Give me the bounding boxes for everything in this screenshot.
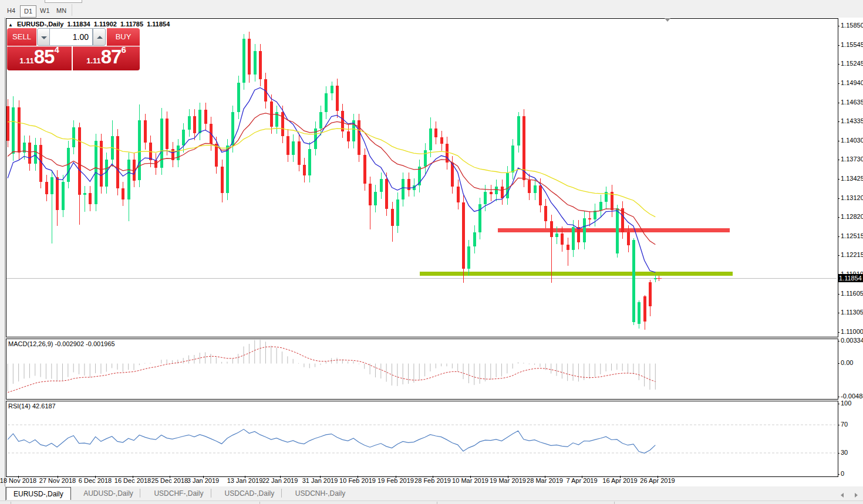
buy-price-sup: 6 — [121, 45, 126, 55]
rsi-axis-label: 70 — [841, 421, 848, 428]
price-axis-tick — [838, 255, 840, 256]
rsi-indicator-label: RSI(14) 42.6187 — [8, 402, 56, 410]
price-axis-label: 1.14030 — [841, 137, 863, 144]
price-axis-label: 1.15245 — [841, 60, 863, 67]
rsi-axis-tick — [838, 474, 840, 475]
price-axis-label: 1.15545 — [841, 41, 863, 48]
price-axis-label: 1.11305 — [841, 309, 863, 316]
macd-axis-label: 0.00 — [841, 359, 853, 366]
chart-tab-bar: EURUSD-,DailyAUDUSD-,DailyUSDCHF-,DailyU… — [0, 486, 863, 500]
price-axis-label: 1.13425 — [841, 175, 863, 182]
sell-price-panel[interactable]: 1.11854 — [7, 46, 72, 70]
rsi-axis-tick — [838, 425, 840, 425]
rsi-axis-tick — [838, 404, 840, 404]
macd-axis-tick — [838, 341, 840, 341]
price-axis-label: 1.12820 — [841, 213, 863, 220]
price-axis-label: 1.14940 — [841, 79, 863, 86]
status-separator — [614, 502, 615, 504]
date-axis-tick — [620, 476, 621, 478]
ohlc-high: 1.11902 — [94, 21, 117, 28]
price-axis-label: 1.14335 — [841, 117, 863, 124]
price-axis-label: 1.14635 — [841, 99, 863, 106]
date-axis-tick — [545, 476, 545, 478]
price-axis-tick — [838, 141, 840, 141]
ohlc-open: 1.11834 — [68, 21, 90, 28]
status-separator — [259, 502, 260, 504]
price-axis-tick — [838, 160, 840, 160]
macd-axis-tick — [838, 397, 840, 397]
price-axis-tick — [838, 294, 840, 295]
sell-button[interactable]: SELL — [7, 28, 36, 46]
status-bar — [0, 500, 863, 504]
status-separator — [11, 502, 11, 504]
chart-tab-usdchf[interactable]: USDCHF-,Daily — [147, 487, 210, 500]
timeframe-button-mn[interactable]: MN — [53, 5, 70, 16]
price-axis-tick — [838, 45, 840, 46]
price-axis-tick — [838, 179, 840, 180]
tab-scroll-left-icon[interactable] — [841, 493, 844, 498]
buy-button[interactable]: BUY — [107, 28, 140, 46]
sell-price-sup: 4 — [54, 45, 59, 55]
chart-tab-eurusd[interactable]: EURUSD-,Daily — [6, 487, 71, 500]
price-axis-label: 1.11605 — [841, 290, 863, 297]
price-axis-label: 1.11000 — [841, 328, 863, 335]
triangle-up-icon — [97, 36, 103, 39]
price-axis-tick — [838, 217, 840, 218]
ohlc-low: 1.11785 — [120, 21, 143, 28]
triangle-down-icon — [41, 36, 47, 39]
timeframe-button-d1[interactable]: D1 — [20, 5, 36, 18]
chart-tab-usdcnh[interactable]: USDCNH-,Daily — [288, 487, 352, 500]
macd-axis-label: -0.004885 — [841, 393, 863, 400]
timeframe-button-w1[interactable]: W1 — [36, 5, 53, 16]
volume-increase-button[interactable] — [93, 28, 106, 46]
date-axis-tick — [508, 476, 508, 478]
rsi-axis-label: 0 — [841, 470, 844, 477]
tab-bar-notch — [0, 486, 6, 500]
chart-scroll-marker-icon[interactable] — [665, 18, 670, 22]
tab-separator — [211, 489, 211, 498]
buy-price-panel[interactable]: 1.11876 — [73, 46, 140, 70]
price-axis-tick — [838, 26, 840, 26]
macd-axis-label: 0.003346 — [841, 337, 863, 344]
rsi-pane[interactable] — [6, 401, 838, 477]
chart-tab-usdcad[interactable]: USDCAD-,Daily — [218, 487, 282, 500]
rsi-axis-tick — [838, 453, 840, 454]
volume-decrease-button[interactable] — [37, 28, 50, 46]
price-axis-label: 1.13730 — [841, 155, 863, 163]
macd-pane[interactable] — [6, 339, 838, 400]
date-axis-tick — [470, 476, 471, 478]
ohlc-close: 1.11854 — [147, 21, 170, 28]
date-axis-tick — [18, 476, 19, 478]
price-axis-tick — [838, 83, 840, 84]
toolbar-separator — [72, 4, 72, 16]
timeframe-button-h4[interactable]: H4 — [4, 5, 19, 16]
volume-input[interactable]: 1.00 — [49, 28, 93, 46]
tab-scroll-right-icon[interactable] — [855, 493, 858, 498]
date-axis-tick — [433, 476, 433, 478]
left-dock-rail — [0, 18, 5, 486]
date-axis-tick — [658, 476, 658, 478]
current-price-tag: 1.11854 — [838, 274, 863, 282]
date-axis-tick — [58, 476, 58, 478]
toolbar-remnant — [45, 0, 82, 3]
date-axis-tick — [396, 476, 396, 478]
chart-tab-audusd[interactable]: AUDUSD-,Daily — [76, 487, 140, 500]
date-axis-tick — [245, 476, 245, 478]
sell-price-prefix: 1.11 — [19, 56, 34, 65]
date-axis-tick — [170, 476, 170, 478]
date-axis-tick — [582, 476, 582, 478]
date-axis-tick — [358, 476, 358, 478]
buy-price-prefix: 1.11 — [86, 56, 101, 65]
timeframe-toolbar: H4D1W1MN — [0, 0, 863, 18]
tab-separator — [281, 489, 282, 498]
date-axis-tick — [95, 476, 96, 478]
price-axis-tick — [838, 236, 840, 237]
date-axis-tick — [320, 476, 321, 478]
price-axis-label: 1.15850 — [841, 22, 863, 29]
price-axis-tick — [838, 64, 840, 65]
rsi-plot — [6, 401, 837, 475]
rsi-axis-label: 100 — [841, 400, 851, 407]
rsi-value: 42.6187 — [32, 402, 56, 410]
macd-signal-value: -0.001965 — [86, 340, 115, 347]
buy-price-big: 87 — [101, 46, 122, 67]
